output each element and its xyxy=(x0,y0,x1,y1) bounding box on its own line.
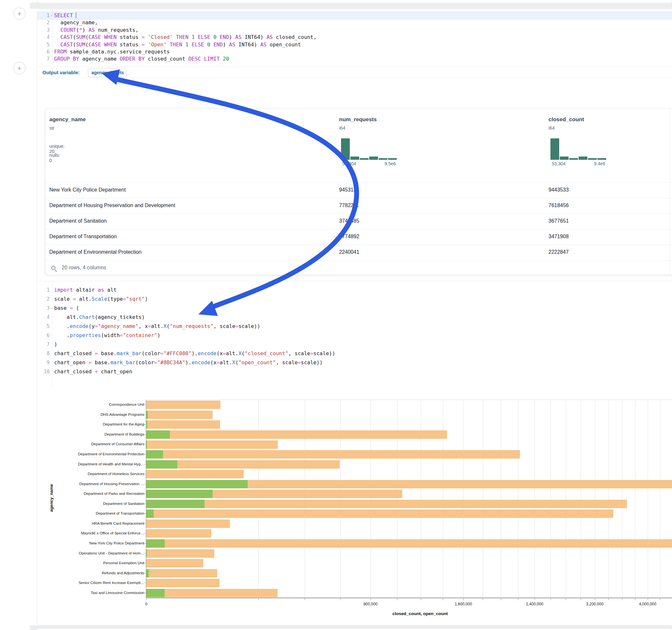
y-axis-label: Department for the Aging xyxy=(47,422,144,426)
gridline xyxy=(483,400,483,598)
y-axis-label: Taxi and Limousine Commission xyxy=(47,591,144,595)
search-icon[interactable] xyxy=(51,266,55,270)
table-cell: 9443533 xyxy=(549,187,569,193)
histogram-bar xyxy=(579,156,587,160)
line-number: 1 xyxy=(37,287,50,294)
code-token: closed_count xyxy=(145,56,188,62)
fold-caret-icon[interactable]: ⌄ xyxy=(50,306,53,310)
code-token xyxy=(217,34,220,40)
code-token: import xyxy=(54,287,73,293)
code-token xyxy=(54,27,60,33)
x-axis-tick xyxy=(421,598,421,600)
code-token: = xyxy=(89,359,92,366)
code-token: closed_count, xyxy=(273,34,316,40)
code-token: AS xyxy=(235,34,241,40)
code-token: ) xyxy=(54,341,57,347)
closed-count-bar xyxy=(146,589,278,597)
code-token: ) xyxy=(223,42,229,48)
code-token: , scale xyxy=(213,323,235,329)
histogram-bar xyxy=(550,138,559,160)
fold-caret-icon[interactable]: ⌄ xyxy=(50,13,53,17)
code-token: = xyxy=(297,359,301,366)
x-axis-tick xyxy=(463,598,463,600)
code-line: chart_closed + chart_open xyxy=(54,368,132,375)
histogram-bar xyxy=(560,156,569,160)
table-row[interactable]: Department of Transportation377489234719… xyxy=(45,229,672,245)
y-axis-label: Correspondence Unit xyxy=(47,403,144,406)
code-token: = xyxy=(123,296,126,302)
x-axis-tick xyxy=(648,598,648,600)
line-number: 6 xyxy=(37,48,50,55)
table-cell: 3774892 xyxy=(339,234,359,240)
code-token xyxy=(188,42,192,48)
histogram-bar xyxy=(351,156,359,160)
code-token: Chart xyxy=(79,314,95,320)
line-number: 4 xyxy=(37,34,50,41)
open-count-bar xyxy=(146,509,154,518)
add-cell-button-output[interactable]: + xyxy=(14,62,25,74)
code-token: scale)) xyxy=(238,323,260,329)
line-number: 2 xyxy=(37,19,50,26)
closed-count-bar xyxy=(146,401,220,409)
closed-count-bar xyxy=(146,569,217,578)
x-axis-tick xyxy=(397,598,398,600)
code-token: + xyxy=(95,368,98,374)
y-axis-label: Operations Unit - Department of Hom… xyxy=(47,551,144,555)
code-token: scale xyxy=(54,296,73,302)
x-axis-tick-label: 800,000 xyxy=(363,602,377,606)
code-token: ( xyxy=(73,34,76,40)
code-token: = xyxy=(120,332,123,338)
code-token xyxy=(145,34,148,40)
python-editor[interactable]: 1import altair as alt2scale = alt.Scale(… xyxy=(37,281,672,388)
line-number: 5 xyxy=(37,323,50,330)
code-token: 'Closed' xyxy=(148,34,173,40)
add-cell-button-top[interactable]: + xyxy=(14,8,25,20)
open-count-bar xyxy=(146,549,147,558)
column-type: str xyxy=(49,125,54,130)
closed-count-bar xyxy=(146,549,214,558)
gridline xyxy=(421,400,421,598)
table-row[interactable]: Department of Sanitation37494853677651 xyxy=(45,214,672,229)
histogram-bin-min: 53,304 xyxy=(552,161,566,166)
results-table: agency_namestrunique: 20nulls: 0num_requ… xyxy=(45,108,672,275)
code-token: CASE xyxy=(89,42,101,48)
y-axis-label: Personal Exemption Unit xyxy=(47,561,144,565)
output-variable-pill[interactable]: agency_tickets xyxy=(88,68,127,77)
x-axis-tick-label: 4,000,000 xyxy=(639,602,656,606)
table-cell: 2240041 xyxy=(339,249,359,255)
sql-editor[interactable]: 1⌄SELECT 2 agency_name,3 COUNT(*) AS num… xyxy=(37,9,672,67)
open-count-bar xyxy=(146,460,177,468)
table-cell: 7618456 xyxy=(549,202,569,209)
code-token: ( xyxy=(73,42,76,48)
code-token: ) xyxy=(157,332,161,338)
code-token: ( xyxy=(241,350,245,357)
table-row[interactable]: New York City Police Department945313194… xyxy=(45,183,672,198)
code-token: base. xyxy=(98,350,117,357)
cell-gap-band xyxy=(30,3,672,9)
code-line: GROUP BY agency_name ORDER BY closed_cou… xyxy=(54,55,229,63)
code-line: .encode(y="agency_name", x=alt.X("num_re… xyxy=(54,323,260,330)
closed-count-bar xyxy=(146,539,672,548)
code-line: base = ( xyxy=(54,305,79,312)
code-token: "agency_name" xyxy=(98,323,138,329)
code-token: encode xyxy=(192,359,210,366)
code-token: status xyxy=(117,42,142,48)
code-token: THEN xyxy=(176,34,189,40)
line-number: 1 xyxy=(37,12,50,19)
code-token: "#8BC34A" xyxy=(157,359,186,366)
table-row[interactable]: Department of Environmental Protection22… xyxy=(45,245,672,260)
closed-count-bar xyxy=(146,411,213,419)
open-count-bar xyxy=(146,420,147,429)
closed-count-bar xyxy=(146,420,220,429)
table-cell: Department of Environmental Protection xyxy=(49,249,142,255)
code-token: INT64) xyxy=(241,34,266,40)
code-token: = xyxy=(235,323,239,329)
code-token: alt. xyxy=(151,323,164,329)
table-cell: Department of Housing Preservation and D… xyxy=(49,202,175,209)
table-row[interactable]: Department of Housing Preservation and D… xyxy=(45,198,672,214)
chart-plot-area xyxy=(146,399,672,598)
column-name: agency_name xyxy=(49,116,86,123)
closed-count-bar xyxy=(146,559,203,567)
closed-count-bar xyxy=(146,430,447,439)
code-token: SELECT xyxy=(54,12,73,19)
